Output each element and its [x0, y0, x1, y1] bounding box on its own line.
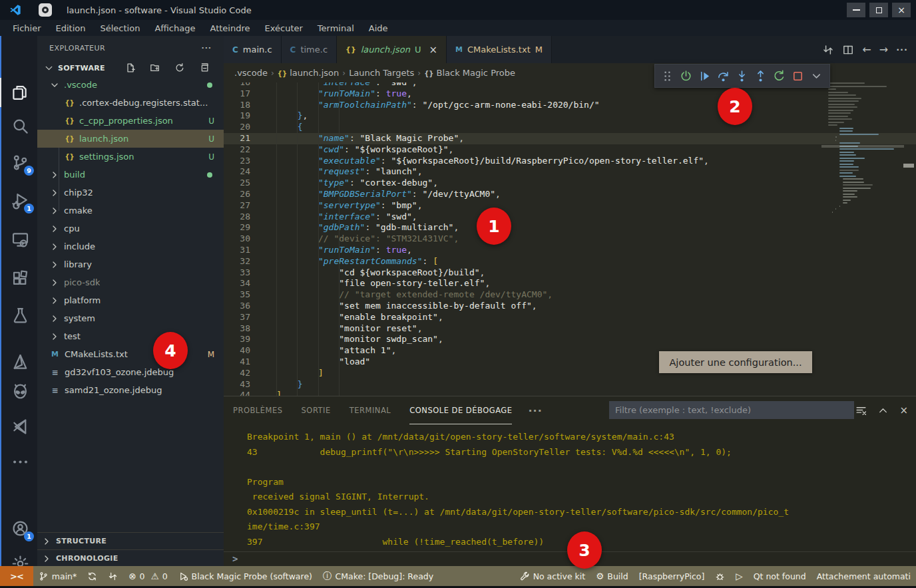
activity-source-control[interactable]: 9 — [1, 148, 39, 177]
activity-alien-robot[interactable] — [1, 378, 39, 407]
status-build[interactable]: ⚙Build — [590, 566, 634, 586]
remote-indicator[interactable]: >< — [0, 566, 33, 586]
code-line-29[interactable]: 29 "gdbPath": "gdb-multiarch", — [224, 222, 916, 233]
collapse-all-icon[interactable] — [199, 63, 210, 73]
more-actions-icon[interactable]: ··· — [896, 45, 908, 55]
add-configuration-button[interactable]: Ajouter une configuration... — [659, 351, 812, 373]
code-line-32[interactable]: 32 "preRestartCommands": [ — [224, 256, 916, 267]
code-line-44[interactable]: 44 ] — [224, 390, 916, 396]
tab-launch-json[interactable]: {} launch.json U × — [337, 36, 447, 63]
maximize-panel-icon[interactable] — [877, 405, 889, 416]
tree-item-samd21-ozone-jdebug[interactable]: ≡samd21_ozone.jdebug — [37, 381, 224, 399]
status-attachement-automati[interactable]: Attachement automati — [811, 566, 916, 586]
maximize-button[interactable] — [869, 3, 888, 17]
section-software[interactable]: SOFTWARE — [37, 60, 224, 76]
code-line-39[interactable]: 39 "monitor swdp_scan", — [224, 334, 916, 345]
activity-accounts[interactable]: 1 — [1, 514, 39, 543]
activity-cmake-tools[interactable] — [1, 347, 39, 376]
tree-item-test[interactable]: test — [37, 327, 224, 345]
tab-time-c[interactable]: C time.c — [282, 36, 337, 63]
tree-item-system[interactable]: system — [37, 309, 224, 327]
panel-more-icon[interactable]: ··· — [528, 404, 542, 417]
new-folder-icon[interactable] — [150, 63, 160, 73]
tree-item-launch-json[interactable]: {}launch.jsonU — [37, 130, 224, 148]
tab-cmakelists-txt[interactable]: M CMakeLists.txt M — [447, 36, 552, 63]
step-out-button[interactable] — [751, 67, 770, 85]
scrollbar[interactable] — [901, 82, 916, 396]
activity-remote-explorer[interactable] — [1, 224, 39, 253]
status-no-active-kit[interactable]: No active kit — [515, 566, 591, 586]
tree-item-build[interactable]: build — [37, 166, 224, 184]
stop-button[interactable] — [788, 67, 807, 85]
activity-testing[interactable] — [1, 301, 39, 330]
forward-icon[interactable]: → — [879, 43, 888, 56]
panel-tab-terminal[interactable]: TERMINAL — [349, 396, 391, 424]
code-line-31[interactable]: 31 "runToMain": true, — [224, 245, 916, 256]
status-play[interactable]: ▷ — [730, 566, 748, 586]
split-editor-icon[interactable] — [842, 44, 854, 56]
filter-input[interactable] — [609, 401, 854, 419]
step-over-button[interactable] — [714, 67, 732, 85]
activity-extensions[interactable] — [1, 263, 39, 293]
open-changes-icon[interactable] — [822, 44, 834, 56]
code-line-17[interactable]: 17 "runToMain": true, — [224, 88, 916, 100]
code-editor[interactable]: 16 "interface": "swd", 17 "runToMain": t… — [224, 82, 916, 396]
status-cmake-debug-ready[interactable]: ⓘCMake: [Debug]: Ready — [318, 566, 439, 586]
new-file-icon[interactable] — [125, 63, 136, 73]
tree-item-chip32[interactable]: chip32 — [37, 184, 224, 202]
code-line-38[interactable]: 38 "monitor reset", — [224, 323, 916, 335]
code-line-41[interactable]: 41 "load" — [224, 357, 916, 368]
code-line-18[interactable]: 18 "armToolchainPath": "/opt/gcc-arm-non… — [224, 100, 916, 111]
step-into-button[interactable] — [732, 67, 751, 85]
code-line-19[interactable]: 19 }, — [224, 110, 916, 122]
menu-item-edition[interactable]: Edition — [49, 20, 93, 36]
code-line-24[interactable]: 24 "request": "launch", — [224, 166, 916, 178]
menu-item-fichier[interactable]: Fichier — [5, 20, 49, 36]
code-line-42[interactable]: 42 ] — [224, 368, 916, 379]
panel-tab-problemes[interactable]: PROBLÈMES — [233, 396, 283, 424]
menu-item-selection[interactable]: Sélection — [93, 20, 147, 36]
menu-item-atteindre[interactable]: Atteindre — [202, 20, 257, 36]
restart-button[interactable] — [770, 67, 788, 85]
status-black-magic-probe-software[interactable]: Black Magic Probe (software) — [173, 566, 318, 586]
code-line-20[interactable]: 20 { — [224, 122, 916, 133]
status-sync[interactable] — [82, 566, 103, 586]
panel-tab-console-de-debogage[interactable]: CONSOLE DE DÉBOGAGE — [409, 396, 512, 424]
status-compare[interactable] — [103, 566, 123, 586]
tree-item-platform[interactable]: platform — [37, 291, 224, 309]
tree-item-cortex-debug-registers-stat[interactable]: {}.cortex-debug.registers.stat... — [37, 94, 224, 112]
minimize-button[interactable] — [847, 3, 865, 17]
breadcrumb-item-launch-json[interactable]: {} launch.json — [278, 68, 340, 78]
close-tab-icon[interactable]: × — [429, 44, 437, 56]
menu-item-aide[interactable]: Aide — [361, 20, 395, 36]
code-line-43[interactable]: 43 } — [224, 379, 916, 390]
tree-item-library[interactable]: library — [37, 255, 224, 273]
code-line-40[interactable]: 40 "attach 1", — [224, 345, 916, 357]
close-button[interactable]: × — [892, 3, 911, 17]
tree-item-gd32vf103-ozone-jdebug[interactable]: ≡gd32vf103_ozone.jdebug — [37, 363, 224, 381]
tree-item-settings-json[interactable]: {}settings.jsonU — [37, 148, 224, 166]
code-line-35[interactable]: 35 // "target extended-remote /dev/ttyAC… — [224, 289, 916, 301]
tab-main-c[interactable]: C main.c — [224, 36, 282, 63]
code-line-33[interactable]: 33 "cd ${workspaceRoot}/build", — [224, 267, 916, 279]
status-0[interactable]: ⊗0 ⚠0 — [123, 566, 172, 586]
section-chronologie[interactable]: CHRONOLOGIE — [37, 549, 224, 567]
status-main[interactable]: main* — [33, 566, 82, 586]
panel-tab-sortie[interactable]: SORTIE — [302, 396, 331, 424]
tree-item-include[interactable]: include — [37, 237, 224, 255]
status-bug[interactable] — [710, 566, 730, 586]
tree-item-vscode[interactable]: .vscode — [37, 76, 224, 94]
menu-item-affichage[interactable]: Affichage — [147, 20, 202, 36]
minimap[interactable] — [825, 82, 900, 362]
tree-item-c-cpp-properties-json[interactable]: {}c_cpp_properties.jsonU — [37, 112, 224, 130]
tree-item-cmakelists-txt[interactable]: MCMakeLists.txtM — [37, 345, 224, 363]
sidebar-more-icon[interactable]: ··· — [201, 44, 212, 53]
menu-item-terminal[interactable]: Terminal — [310, 20, 361, 36]
code-line-21[interactable]: 21 "name": "Black Magic Probe", — [224, 133, 916, 144]
section-structure[interactable]: STRUCTURE — [37, 532, 224, 549]
code-line-25[interactable]: 25 "type": "cortex-debug", — [224, 178, 916, 189]
breadcrumb-item-launch-targets[interactable]: Launch Targets — [349, 68, 414, 78]
tree-item-cpu[interactable]: cpu — [37, 220, 224, 237]
tree-item-pico-sdk[interactable]: pico-sdk — [37, 273, 224, 291]
refresh-icon[interactable] — [174, 63, 185, 73]
